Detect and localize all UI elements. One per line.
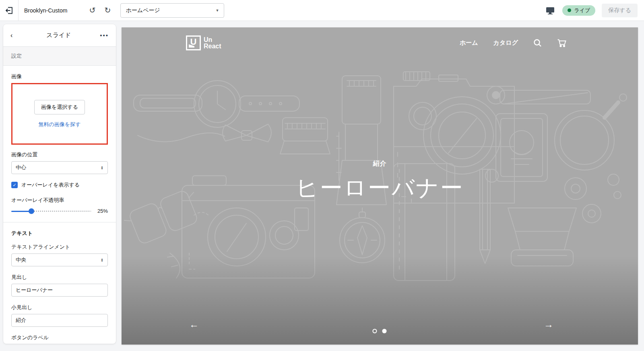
overlay-opacity-value: 25% (95, 208, 108, 214)
live-badge-label: ライブ (574, 7, 590, 14)
hero-subheading: 紹介 (122, 160, 638, 168)
nav-link-home[interactable]: ホーム (460, 39, 478, 47)
save-button[interactable]: 保存する (602, 4, 638, 17)
heading-input[interactable] (11, 284, 108, 297)
slider-dotted-track (34, 211, 91, 212)
undo-button[interactable]: ↺ (87, 5, 98, 16)
heading-field-label: 見出し (11, 274, 108, 281)
desktop-preview-button[interactable] (545, 5, 556, 16)
page-selector-value: ホームページ (126, 7, 160, 14)
image-position-label: 画像の位置 (11, 151, 108, 158)
overlay-checkbox[interactable]: ✓ (11, 182, 18, 188)
text-alignment-value: 中央 (16, 256, 26, 264)
section-header-settings: 設定 (3, 47, 116, 66)
store-logo[interactable]: U Un React (186, 35, 221, 50)
chevron-down-icon: ▼ (215, 8, 219, 12)
redo-button[interactable]: ↻ (102, 5, 113, 16)
section-header-text: テキスト (11, 230, 108, 237)
image-position-select[interactable]: 中心 ▲▼ (11, 161, 108, 174)
image-field-label: 画像 (11, 73, 108, 80)
logo-text: Un React (204, 37, 221, 50)
monitor-icon (546, 6, 555, 15)
sidebar-title: スライド (46, 31, 71, 39)
text-alignment-label: テキストアラインメント (11, 243, 108, 251)
carousel-prev-arrow[interactable]: ← (189, 320, 199, 329)
slider-handle[interactable] (29, 208, 34, 214)
sidebar-back-button[interactable]: ‹ (10, 32, 19, 39)
subheading-input[interactable] (11, 314, 108, 327)
cart-icon[interactable] (557, 39, 566, 47)
page-selector-dropdown[interactable]: ホームページ ▼ (120, 3, 224, 18)
subheading-field-label: 小見出し (11, 304, 108, 311)
topbar: Brooklyn-Custom ↺ ↻ ホームページ ▼ ライブ 保存する (0, 0, 644, 21)
carousel-dots (372, 329, 386, 333)
image-picker-highlighted: 画像を選択する 無料の画像を探す (11, 83, 108, 145)
overlay-checkbox-row[interactable]: ✓ オーバーレイを表示する (11, 181, 108, 189)
button-label-field-label: ボタンのラベル (11, 334, 108, 341)
select-image-button[interactable]: 画像を選択する (34, 100, 85, 114)
logo-mark: U (186, 35, 201, 50)
image-position-value: 中心 (16, 164, 26, 171)
redo-icon: ↻ (104, 6, 111, 15)
settings-sidebar: ‹ スライド ••• 設定 画像 画像を選択する 無料の画像を探す 画像の位置 … (3, 24, 116, 344)
chevron-left-icon: ‹ (10, 32, 12, 39)
carousel-dot-1[interactable] (372, 329, 377, 333)
free-images-link[interactable]: 無料の画像を探す (39, 121, 81, 128)
check-icon: ✓ (12, 183, 16, 188)
search-icon[interactable] (533, 39, 542, 47)
select-updown-icon: ▲▼ (101, 166, 103, 170)
undo-icon: ↺ (89, 6, 95, 15)
select-updown-icon: ▲▼ (101, 258, 103, 262)
carousel-next-arrow[interactable]: → (544, 320, 553, 329)
exit-icon (5, 6, 13, 15)
hero-heading: ヒーローバナー (122, 173, 638, 204)
live-dot-icon (568, 8, 571, 12)
overlay-opacity-slider[interactable] (11, 208, 91, 214)
sidebar-more-menu-button[interactable]: ••• (99, 32, 109, 39)
section-divider (3, 222, 116, 222)
ellipsis-icon: ••• (100, 32, 109, 39)
nav-link-catalog[interactable]: カタログ (493, 39, 518, 47)
overlay-checkbox-label: オーバーレイを表示する (21, 181, 80, 189)
exit-editor-button[interactable] (0, 0, 19, 21)
text-alignment-select[interactable]: 中央 ▲▼ (11, 253, 108, 266)
overlay-opacity-label: オーバーレイ不透明率 (11, 197, 108, 204)
carousel-dot-2[interactable] (382, 329, 386, 333)
live-status-badge: ライブ (562, 5, 595, 16)
theme-preview-frame: U Un React ホーム カタログ 紹介 (122, 27, 638, 345)
store-name: Brooklyn-Custom (24, 7, 67, 14)
